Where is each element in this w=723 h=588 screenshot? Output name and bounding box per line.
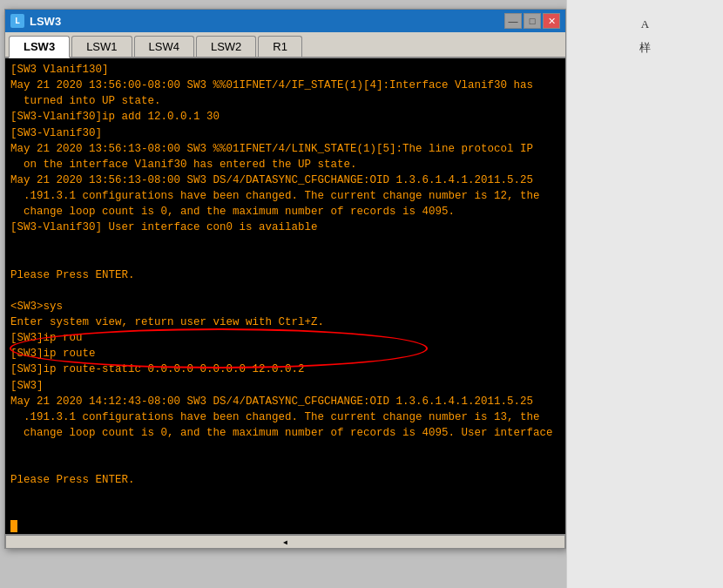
tab-r1[interactable]: R1 — [258, 36, 302, 57]
tab-bar: LSW3 LSW1 LSW4 LSW2 R1 — [5, 32, 565, 58]
window-icon-letter: L — [15, 17, 20, 26]
tab-lsw1[interactable]: LSW1 — [71, 36, 132, 57]
tab-lsw2[interactable]: LSW2 — [196, 36, 256, 57]
window-controls: — □ ✕ — [504, 13, 560, 29]
right-panel-label-sample: 样 — [639, 40, 651, 56]
scroll-left-button[interactable]: ◀ — [5, 535, 565, 549]
window-title: LSW3 — [30, 15, 504, 28]
tab-lsw4[interactable]: LSW4 — [134, 36, 194, 57]
maximize-button[interactable]: □ — [524, 13, 541, 29]
right-panel-label-a: A — [641, 17, 649, 31]
terminal-input-line[interactable] — [5, 518, 565, 534]
cursor — [10, 520, 17, 532]
window-icon: L — [10, 14, 24, 28]
title-bar: L LSW3 — □ ✕ — [5, 10, 565, 32]
tab-lsw3[interactable]: LSW3 — [9, 36, 70, 58]
main-window: L LSW3 — □ ✕ LSW3 LSW1 LSW4 LSW2 R1 [SW3… — [4, 9, 566, 549]
terminal-container: [SW3 Vlanif130] May 21 2020 13:56:00-08:… — [5, 58, 565, 518]
right-panel: A 样 — [566, 0, 723, 588]
horizontal-scrollbar[interactable]: ◀ ▶ — [5, 534, 565, 548]
minimize-button[interactable]: — — [504, 13, 522, 29]
terminal-output[interactable]: [SW3 Vlanif130] May 21 2020 13:56:00-08:… — [5, 58, 565, 518]
close-button[interactable]: ✕ — [543, 13, 560, 29]
